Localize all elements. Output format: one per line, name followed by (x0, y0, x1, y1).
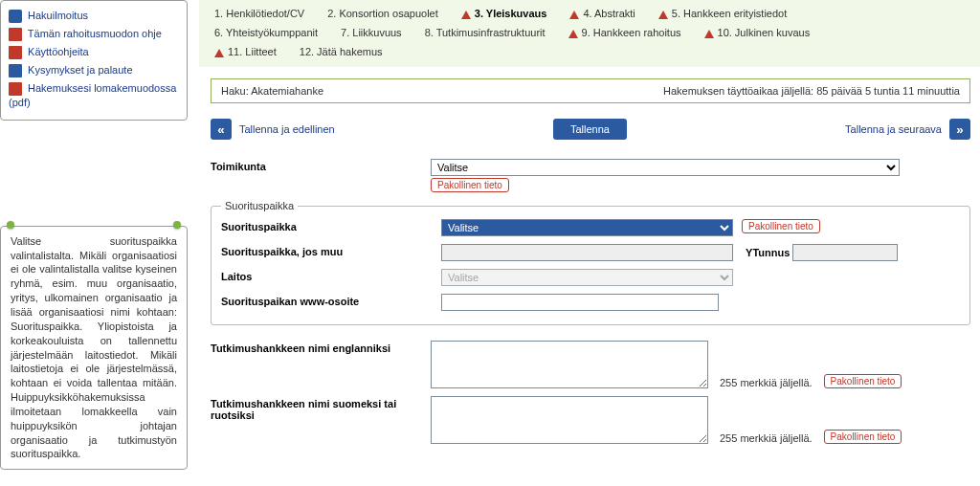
tab-step-6[interactable]: 6. Yhteistyökumppanit (209, 25, 323, 40)
help-note: Valitse suorituspaikka valintalistalta. … (0, 226, 188, 471)
required-badge: Pakollinen tieto (431, 178, 509, 192)
suorituspaikka-muu-label: Suorituspaikka, jos muu (221, 244, 441, 257)
sidebar-label: Kysymykset ja palaute (28, 64, 132, 76)
sidebar-link-hakemus-pdf[interactable]: Hakemuksesi lomakemuodossa (pdf) (9, 79, 179, 111)
tab-label: 4. Abstrakti (583, 8, 635, 19)
warning-icon (658, 11, 668, 19)
warning-icon (214, 49, 224, 57)
tab-step-3[interactable]: 3. Yleiskuvaus (456, 6, 553, 21)
warning-icon (568, 30, 578, 38)
sidebar-nav: Hakuilmoitus Tämän rahoitusmuodon ohje K… (0, 0, 188, 121)
tab-step-5[interactable]: 5. Hankkeen erityistiedot (653, 6, 792, 21)
pdf-icon (9, 28, 22, 41)
save-next-button[interactable]: Tallenna ja seuraava (845, 123, 942, 135)
tab-label: 10. Julkinen kuvaus (718, 27, 811, 38)
tab-label: 2. Konsortion osapuolet (327, 8, 438, 19)
save-button[interactable]: Tallenna (553, 119, 627, 140)
required-badge: Pakollinen tieto (824, 430, 902, 444)
warning-icon (704, 30, 714, 38)
ytunnus-input[interactable] (792, 244, 898, 261)
tab-step-8[interactable]: 8. Tutkimusinfrastruktuurit (419, 25, 551, 40)
tabs-nav: 1. Henkilötiedot/CV2. Konsortion osapuol… (199, 0, 980, 67)
tab-step-2[interactable]: 2. Konsortion osapuolet (322, 6, 444, 21)
nimi-en-label: Tutkimushankkeen nimi englanniksi (211, 341, 431, 354)
tab-label: 5. Hankkeen erityistiedot (672, 8, 787, 19)
suorituspaikka-select[interactable]: Valitse (441, 219, 733, 236)
char-count-en: 255 merkkiä jäljellä. (720, 377, 813, 388)
laitos-label: Laitos (221, 269, 441, 282)
save-prev-button[interactable]: Tallenna ja edellinen (239, 123, 335, 135)
toimikunta-label: Toimikunta (211, 159, 431, 172)
tab-step-9[interactable]: 9. Hankkeen rahoitus (563, 25, 687, 40)
tab-label: 11. Liitteet (228, 46, 277, 57)
tab-step-11[interactable]: 11. Liitteet (209, 44, 282, 59)
suorituspaikka-legend: Suorituspaikka (221, 200, 298, 211)
www-label: Suorituspaikan www-osoite (221, 294, 441, 307)
sidebar-link-rahoitusmuoto-ohje[interactable]: Tämän rahoitusmuodon ohje (9, 25, 179, 43)
next-button[interactable]: » (949, 119, 970, 140)
www-input[interactable] (441, 294, 719, 311)
tab-step-7[interactable]: 7. Liikkuvuus (335, 25, 408, 40)
sidebar-label: Tämän rahoitusmuodon ohje (28, 28, 162, 39)
tab-step-12[interactable]: 12. Jätä hakemus (294, 44, 389, 59)
tab-step-4[interactable]: 4. Abstrakti (564, 6, 640, 21)
status-bar: Haku: Akatemiahanke Hakemuksen täyttöaik… (211, 78, 970, 103)
tab-step-1[interactable]: 1. Henkilötiedot/CV (209, 6, 310, 21)
sidebar-label: Käyttöohjeita (28, 46, 89, 57)
pdf-icon (9, 82, 22, 96)
button-row: « Tallenna ja edellinen Tallenna Tallenn… (211, 119, 970, 140)
sidebar-link-kayttoohjeita[interactable]: Käyttöohjeita (9, 43, 179, 61)
prev-button[interactable]: « (211, 119, 232, 140)
pin-icon (7, 221, 14, 229)
tab-step-10[interactable]: 10. Julkinen kuvaus (699, 25, 816, 40)
sidebar-link-hakuilmoitus[interactable]: Hakuilmoitus (9, 7, 179, 25)
search-icon (9, 10, 22, 23)
warning-icon (569, 11, 579, 19)
nimi-fi-label: Tutkimushankkeen nimi suomeksi tai ruots… (211, 396, 431, 421)
help-text: Valitse suorituspaikka valintalistalta. … (11, 234, 177, 462)
tab-label: 7. Liikkuvuus (341, 27, 402, 38)
tab-label: 6. Yhteistyökumppanit (214, 27, 318, 38)
laitos-select[interactable]: Valitse (441, 269, 733, 286)
time-left-label: Hakemuksen täyttöaikaa jäljellä: 85 päiv… (663, 85, 960, 97)
suorituspaikka-label: Suorituspaikka (221, 219, 441, 232)
required-badge: Pakollinen tieto (742, 219, 820, 233)
sidebar-label: Hakemuksesi lomakemuodossa (pdf) (9, 82, 176, 108)
suorituspaikka-muu-input[interactable] (441, 244, 733, 261)
nimi-fi-textarea[interactable] (431, 396, 708, 444)
pin-icon (173, 221, 181, 229)
tab-label: 9. Hankkeen rahoitus (582, 27, 681, 38)
sidebar-label: Hakuilmoitus (28, 10, 88, 21)
haku-label: Haku: Akatemiahanke (221, 85, 323, 97)
tab-label: 1. Henkilötiedot/CV (214, 8, 304, 19)
char-count-fi: 255 merkkiä jäljellä. (720, 432, 813, 444)
warning-icon (461, 11, 471, 19)
suorituspaikka-fieldset: Suorituspaikka Suorituspaikka Valitse Pa… (211, 200, 970, 325)
toimikunta-select[interactable]: Valitse (431, 159, 900, 176)
required-badge: Pakollinen tieto (824, 374, 902, 388)
sidebar-link-kysymykset[interactable]: Kysymykset ja palaute (9, 61, 179, 79)
mail-icon (9, 64, 22, 77)
pdf-icon (9, 46, 22, 59)
ytunnus-label: YTunnus (746, 247, 790, 258)
nimi-en-textarea[interactable] (431, 341, 708, 388)
tab-label: 8. Tutkimusinfrastruktuurit (425, 27, 546, 38)
tab-label: 3. Yleiskuvaus (475, 8, 547, 19)
tab-label: 12. Jätä hakemus (300, 46, 383, 57)
